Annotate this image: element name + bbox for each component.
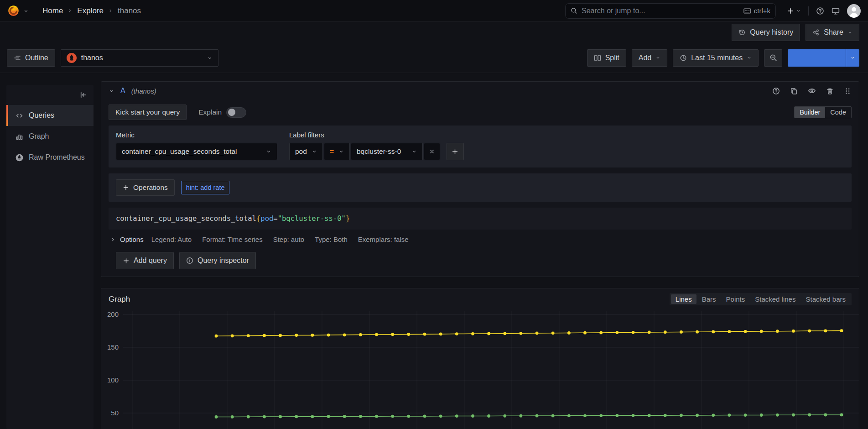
sidebar-item-label: Queries [29, 111, 54, 120]
query-inspector-button[interactable]: Query inspector [179, 252, 256, 269]
sidebar-item-queries[interactable]: Queries [6, 105, 94, 126]
operations-label: Operations [133, 183, 168, 192]
explain-toggle[interactable] [226, 107, 246, 118]
chevron-down-icon [207, 55, 213, 61]
share-button[interactable]: Share [806, 24, 859, 41]
query-row-actions [772, 87, 852, 95]
query-help-icon[interactable] [772, 87, 780, 95]
svg-text:200: 200 [107, 310, 119, 318]
filter-key-select[interactable]: pod [289, 143, 323, 160]
run-query-button[interactable]: Run query [788, 49, 859, 67]
graph-style-switch: Lines Bars Points Stacked lines Stacked … [670, 293, 852, 305]
preview-metric: container_cpu_usage_seconds_total [116, 214, 256, 223]
grafana-logo-icon[interactable] [7, 5, 20, 17]
search-shortcut: ctrl+k [743, 7, 770, 15]
chevron-right-icon [108, 8, 113, 13]
chevron-right-icon [110, 237, 116, 242]
graph-style-stacked-lines[interactable]: Stacked lines [750, 294, 800, 304]
bar-chart-icon [16, 133, 23, 141]
option-step: Step: auto [273, 235, 304, 243]
metric-select[interactable]: container_cpu_usage_seconds_total [116, 143, 277, 160]
graph-style-bars[interactable]: Bars [697, 294, 721, 304]
outline-button[interactable]: Outline [7, 49, 55, 67]
keyboard-icon [743, 7, 751, 15]
chevron-down-icon [847, 30, 852, 35]
filter-key-value: pod [295, 147, 307, 156]
drag-handle-icon[interactable] [844, 87, 852, 95]
option-legend: Legend: Auto [151, 235, 192, 243]
breadcrumb-explore[interactable]: Explore [77, 6, 104, 16]
graph-style-lines[interactable]: Lines [671, 294, 696, 304]
explain-label: Explain [198, 108, 222, 116]
preview-label: pod [260, 214, 273, 223]
svg-text:100: 100 [107, 376, 119, 384]
news-button[interactable] [832, 7, 840, 15]
hide-response-icon[interactable] [808, 87, 816, 95]
breadcrumb-current: thanos [118, 6, 141, 16]
metric-filters-section: Metric container_cpu_usage_seconds_total… [109, 126, 852, 167]
filter-value-select[interactable]: bqcluster-ss-0 [351, 143, 423, 160]
query-ref-id[interactable]: A [120, 87, 125, 95]
share-label: Share [824, 28, 843, 37]
graph-style-points[interactable]: Points [722, 294, 750, 304]
graph-panel: Graph Lines Bars Points Stacked lines St… [101, 288, 859, 429]
search-icon [571, 7, 577, 14]
query-history-button[interactable]: Query history [732, 24, 800, 41]
collapse-pane-icon[interactable] [79, 91, 87, 99]
share-icon [812, 29, 820, 36]
sidebar-item-label: Graph [29, 132, 49, 141]
main-area: Queries Graph Raw Prometheus A (thanos) [0, 73, 868, 429]
add-query-button[interactable]: Add query [116, 252, 174, 269]
zoom-out-button[interactable] [764, 49, 782, 67]
new-button[interactable] [787, 7, 801, 15]
add-button[interactable]: Add [632, 49, 667, 67]
search-input[interactable] [582, 7, 739, 15]
split-button[interactable]: Split [587, 49, 626, 67]
split-icon [594, 54, 601, 62]
sidebar-item-graph[interactable]: Graph [6, 126, 94, 147]
help-icon [816, 7, 824, 15]
prometheus-gray-icon [16, 154, 23, 162]
option-format: Format: Time series [202, 235, 263, 243]
graph-canvas[interactable]: 50100150200 [101, 309, 859, 429]
run-query-dropdown[interactable] [846, 49, 859, 67]
datasource-picker[interactable]: thanos [61, 49, 218, 67]
metric-value: container_cpu_usage_seconds_total [122, 147, 237, 156]
graph-style-stacked-bars[interactable]: Stacked bars [801, 294, 850, 304]
chevron-down-icon[interactable] [23, 8, 29, 14]
sidebar-item-label: Raw Prometheus [29, 153, 85, 162]
user-avatar[interactable] [847, 4, 861, 18]
remove-filter-button[interactable] [424, 143, 440, 160]
chevron-down-icon [312, 149, 317, 154]
kick-start-button[interactable]: Kick start your query [109, 105, 187, 120]
filter-operator-select[interactable]: = [324, 143, 350, 160]
explore-content: A (thanos) Kick start your query Explain [101, 81, 859, 429]
query-actions-row: Add query Query inspector [109, 249, 852, 277]
add-operation-button[interactable]: Operations [116, 179, 175, 196]
query-history-label: Query history [750, 28, 793, 37]
mode-code[interactable]: Code [825, 107, 851, 118]
add-filter-button[interactable] [447, 143, 464, 160]
help-button[interactable] [816, 7, 824, 15]
breadcrumb-home[interactable]: Home [42, 6, 63, 16]
preview-eq: = [273, 214, 277, 223]
time-series-chart[interactable]: 50100150200 [101, 309, 859, 429]
outline-label: Outline [25, 54, 48, 62]
chevron-down-icon [747, 55, 752, 60]
preview-open-brace: { [256, 214, 260, 223]
remove-query-icon[interactable] [826, 87, 834, 95]
collapse-query-icon[interactable] [109, 88, 114, 94]
duplicate-query-icon[interactable] [790, 87, 798, 95]
query-inspector-label: Query inspector [198, 256, 249, 265]
hint-add-rate-button[interactable]: hint: add rate [181, 181, 230, 194]
time-range-picker[interactable]: Last 15 minutes [673, 49, 759, 67]
mode-builder[interactable]: Builder [795, 107, 825, 118]
sidebar-item-raw-prometheus[interactable]: Raw Prometheus [6, 147, 94, 168]
options-row[interactable]: Options Legend: Auto Format: Time series… [109, 230, 852, 249]
clock-icon [680, 54, 687, 62]
zoom-out-icon [769, 54, 777, 62]
metric-field: Metric container_cpu_usage_seconds_total [116, 131, 277, 160]
global-search[interactable]: ctrl+k [565, 3, 776, 19]
chevron-down-icon [338, 149, 344, 154]
code-icon [16, 112, 23, 120]
